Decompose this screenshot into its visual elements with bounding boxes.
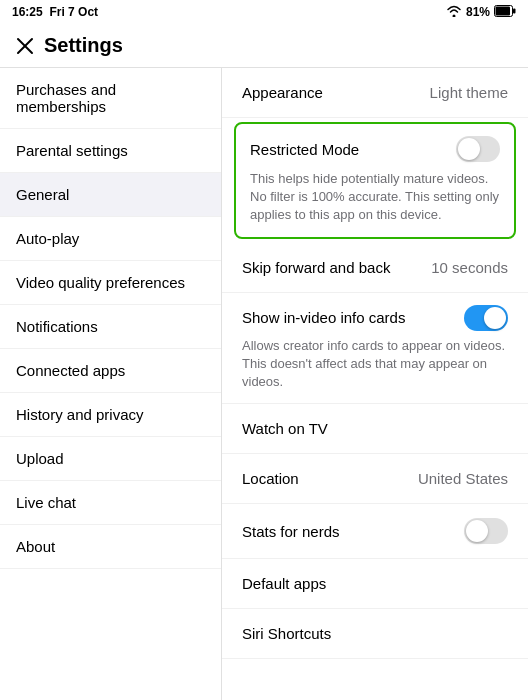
location-label: Location xyxy=(242,470,299,487)
battery-icon xyxy=(494,5,516,20)
status-time-date: 16:25 Fri 7 Oct xyxy=(12,5,98,19)
sidebar-item-purchases[interactable]: Purchases and memberships xyxy=(0,68,221,129)
status-bar: 16:25 Fri 7 Oct 81% xyxy=(0,0,528,24)
appearance-label: Appearance xyxy=(242,84,323,101)
sidebar-item-live-chat[interactable]: Live chat xyxy=(0,481,221,525)
settings-header: Settings xyxy=(0,24,528,68)
sidebar: Purchases and memberships Parental setti… xyxy=(0,68,222,700)
siri-shortcuts-row[interactable]: Siri Shortcuts xyxy=(222,609,528,659)
info-cards-header: Show in-video info cards xyxy=(242,305,508,331)
stats-for-nerds-label: Stats for nerds xyxy=(242,523,340,540)
stats-for-nerds-toggle[interactable] xyxy=(464,518,508,544)
restricted-mode-description: This helps hide potentially mature video… xyxy=(250,170,500,225)
watch-on-tv-label: Watch on TV xyxy=(242,420,328,437)
close-button[interactable] xyxy=(16,37,34,55)
location-value: United States xyxy=(418,470,508,487)
sidebar-item-about[interactable]: About xyxy=(0,525,221,569)
sidebar-item-parental[interactable]: Parental settings xyxy=(0,129,221,173)
toggle-knob xyxy=(458,138,480,160)
skip-forward-row[interactable]: Skip forward and back 10 seconds xyxy=(222,243,528,293)
app-container: Settings Purchases and memberships Paren… xyxy=(0,24,528,700)
battery-percent: 81% xyxy=(466,5,490,19)
sidebar-item-video-quality[interactable]: Video quality preferences xyxy=(0,261,221,305)
restricted-mode-header: Restricted Mode xyxy=(250,136,500,162)
sidebar-item-general[interactable]: General xyxy=(0,173,221,217)
info-cards-toggle[interactable] xyxy=(464,305,508,331)
sidebar-item-history[interactable]: History and privacy xyxy=(0,393,221,437)
info-cards-toggle-knob xyxy=(484,307,506,329)
status-icons: 81% xyxy=(446,5,516,20)
restricted-mode-label: Restricted Mode xyxy=(250,141,359,158)
sidebar-item-connected-apps[interactable]: Connected apps xyxy=(0,349,221,393)
stats-for-nerds-row[interactable]: Stats for nerds xyxy=(222,504,528,559)
appearance-value: Light theme xyxy=(430,84,508,101)
siri-shortcuts-label: Siri Shortcuts xyxy=(242,625,331,642)
info-cards-description: Allows creator info cards to appear on v… xyxy=(242,337,508,392)
sidebar-item-autoplay[interactable]: Auto-play xyxy=(0,217,221,261)
skip-forward-label: Skip forward and back xyxy=(242,259,390,276)
info-cards-block: Show in-video info cards Allows creator … xyxy=(222,293,528,405)
page-title: Settings xyxy=(44,34,123,57)
restricted-mode-block: Restricted Mode This helps hide potentia… xyxy=(234,122,516,239)
svg-rect-2 xyxy=(513,8,516,13)
wifi-icon xyxy=(446,5,462,20)
info-cards-label: Show in-video info cards xyxy=(242,309,405,326)
skip-forward-value: 10 seconds xyxy=(431,259,508,276)
watch-on-tv-row[interactable]: Watch on TV xyxy=(222,404,528,454)
restricted-mode-toggle[interactable] xyxy=(456,136,500,162)
location-row[interactable]: Location United States xyxy=(222,454,528,504)
appearance-row[interactable]: Appearance Light theme xyxy=(222,68,528,118)
content-area: Purchases and memberships Parental setti… xyxy=(0,68,528,700)
stats-toggle-knob xyxy=(466,520,488,542)
svg-rect-1 xyxy=(496,6,511,15)
sidebar-item-notifications[interactable]: Notifications xyxy=(0,305,221,349)
sidebar-item-upload[interactable]: Upload xyxy=(0,437,221,481)
default-apps-label: Default apps xyxy=(242,575,326,592)
main-panel: Appearance Light theme Restricted Mode T… xyxy=(222,68,528,700)
default-apps-row[interactable]: Default apps xyxy=(222,559,528,609)
